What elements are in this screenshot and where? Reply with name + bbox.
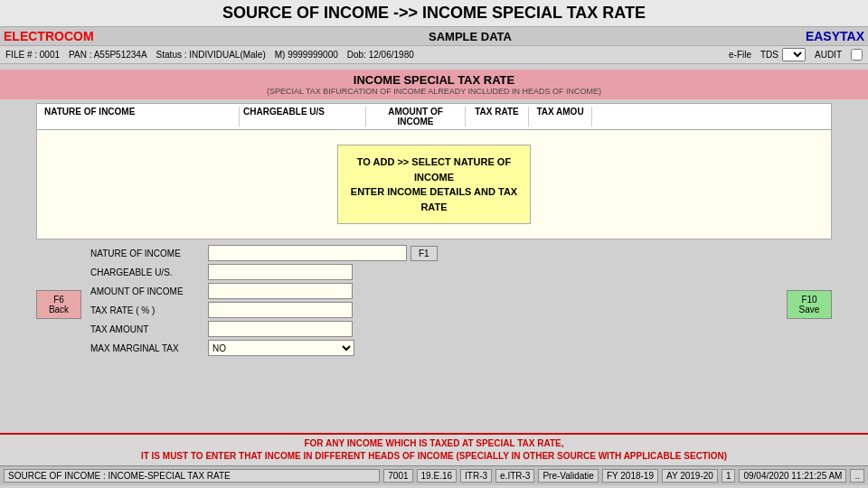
efile-link[interactable]: e-File <box>729 50 751 60</box>
status-itr: ITR-3 <box>460 469 492 483</box>
header-row: ELECTROCOM SAMPLE DATA EASYTAX <box>0 27 868 46</box>
status-fy: FY 2018-19 <box>602 469 658 483</box>
title-text: SOURCE OF INCOME ->> INCOME SPECIAL TAX … <box>222 4 646 22</box>
easytax-logo: EASYTAX <box>792 29 864 43</box>
status-ay: AY 2019-20 <box>662 469 718 483</box>
warning-line1: FOR ANY INCOME WHICH IS TAXED AT SPECIAL… <box>3 437 865 450</box>
amount-row: AMOUNT OF INCOME <box>90 283 778 299</box>
status-section1: 19.E.16 <box>417 469 457 483</box>
chargeable-label: CHARGEABLE U/S. <box>90 267 208 277</box>
f1-button[interactable]: F1 <box>410 246 438 261</box>
taxrate-label: TAX RATE ( % ) <box>90 305 208 315</box>
col-taxamt-header: TAX AMOU <box>529 107 592 127</box>
tooltip-line2: INCOME <box>351 170 517 185</box>
taxamount-input[interactable] <box>208 321 353 337</box>
status-eitr: e.ITR-3 <box>495 469 534 483</box>
tds-select[interactable] <box>782 48 806 61</box>
col-nature-header: NATURE OF INCOME <box>41 107 240 127</box>
title-bar: SOURCE OF INCOME ->> INCOME SPECIAL TAX … <box>0 0 868 27</box>
f6-back-button[interactable]: F6 Back <box>36 290 81 319</box>
info-row: FILE # : 0001 PAN : A55P51234A Status : … <box>0 46 868 64</box>
col-taxrate-header: TAX RATE <box>466 107 529 127</box>
table-body: TO ADD >> SELECT NATURE OF INCOME ENTER … <box>37 130 831 239</box>
main-wrapper: INCOME SPECIAL TAX RATE (SPECIAL TAX BIF… <box>0 64 868 485</box>
warning-bar: FOR ANY INCOME WHICH IS TAXED AT SPECIAL… <box>0 433 868 465</box>
dob-info: Dob: 12/06/1980 <box>347 50 414 60</box>
maxmarginal-label: MAX MARGINAL TAX <box>90 343 208 353</box>
income-header: INCOME SPECIAL TAX RATE (SPECIAL TAX BIF… <box>0 70 868 99</box>
col-chargeable-header: CHARGEABLE U/S <box>240 107 366 127</box>
taxamount-row: TAX AMOUNT <box>90 321 778 337</box>
f10-save-button[interactable]: F10 Save <box>787 290 832 319</box>
f6-section: F6 Back <box>36 245 81 319</box>
tooltip-line1: TO ADD >> SELECT NATURE OF <box>351 155 517 170</box>
electrocom-logo: ELECTROCOM <box>4 29 148 43</box>
taxamount-label: TAX AMOUNT <box>90 324 208 334</box>
tooltip-line4: RATE <box>351 200 517 215</box>
pan-number: PAN : A55P51234A <box>69 50 147 60</box>
income-table: NATURE OF INCOME CHARGEABLE U/S AMOUNT O… <box>36 103 832 239</box>
audit-checkbox[interactable] <box>851 49 863 61</box>
status-info: Status : INDIVIDUAL(Male) <box>156 50 266 60</box>
nature-label: NATURE OF INCOME <box>90 249 208 258</box>
income-header-subtitle: (SPECIAL TAX BIFURCATION OF INCOME ALREA… <box>4 87 864 96</box>
col-amount-header: AMOUNT OF INCOME <box>366 107 466 127</box>
amount-input[interactable] <box>208 283 353 299</box>
amount-label: AMOUNT OF INCOME <box>90 286 208 296</box>
tooltip-line3: ENTER INCOME DETAILS AND TAX <box>351 184 517 200</box>
status-num: 1 <box>722 469 736 483</box>
sample-data-label: SAMPLE DATA <box>148 30 792 43</box>
form-fields: NATURE OF INCOME F1 CHARGEABLE U/S. AMOU… <box>90 245 778 359</box>
tooltip-box: TO ADD >> SELECT NATURE OF INCOME ENTER … <box>337 145 531 224</box>
taxrate-input[interactable] <box>208 302 353 318</box>
tds-label: TDS <box>760 50 778 60</box>
tds-section: TDS <box>760 48 806 61</box>
status-bar: SOURCE OF INCOME : INCOME-SPECIAL TAX RA… <box>0 465 868 485</box>
table-header: NATURE OF INCOME CHARGEABLE U/S AMOUNT O… <box>37 104 831 130</box>
maxmarginal-select[interactable]: NO YES <box>208 340 354 356</box>
maxmarginal-row: MAX MARGINAL TAX NO YES <box>90 340 778 356</box>
main-inner: INCOME SPECIAL TAX RATE (SPECIAL TAX BIF… <box>0 64 868 364</box>
nature-row: NATURE OF INCOME F1 <box>90 245 778 261</box>
status-validate: Pre-Validatie <box>538 469 599 483</box>
form-section: F6 Back NATURE OF INCOME F1 CHARGEABLE U… <box>36 245 832 359</box>
chargeable-input[interactable] <box>208 264 353 280</box>
chargeable-row: CHARGEABLE U/S. <box>90 264 778 280</box>
audit-label[interactable]: AUDIT <box>815 50 842 60</box>
status-path: SOURCE OF INCOME : INCOME-SPECIAL TAX RA… <box>4 469 380 483</box>
status-icon: 7001 <box>383 469 412 483</box>
file-number: FILE # : 0001 <box>5 50 60 60</box>
status-datetime: 09/04/2020 11:21:25 AM <box>739 469 846 483</box>
warning-line2: IT IS MUST TO ENTER THAT INCOME IN DIFFE… <box>3 450 865 463</box>
mobile-info: M) 9999999000 <box>275 50 338 60</box>
nature-input[interactable] <box>208 245 407 261</box>
income-header-title: INCOME SPECIAL TAX RATE <box>4 73 864 87</box>
taxrate-row: TAX RATE ( % ) <box>90 302 778 318</box>
status-dots: .. <box>850 469 864 483</box>
f10-section: F10 Save <box>787 245 832 319</box>
